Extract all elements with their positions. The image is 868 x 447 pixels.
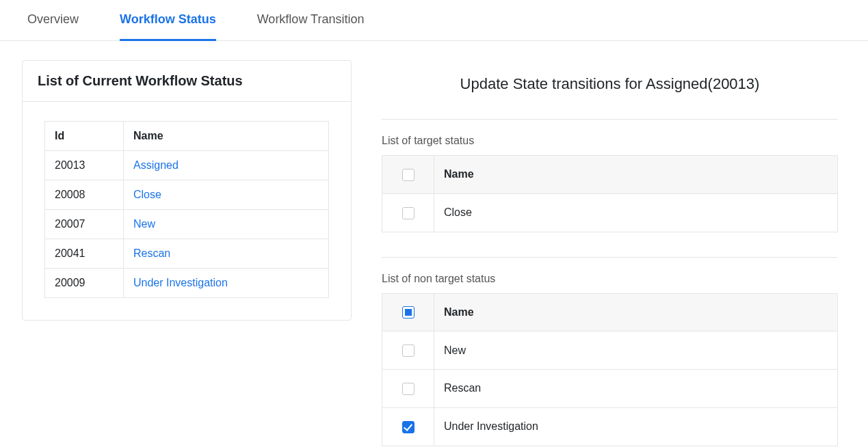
workflow-status-panel-body: Id Name 20013Assigned20008Close20007New2…	[23, 102, 351, 320]
status-name-cell: Under Investigation	[124, 269, 329, 298]
status-id-cell: 20009	[45, 269, 124, 298]
workflow-status-panel: List of Current Workflow Status Id Name …	[22, 60, 352, 321]
status-name-cell: Close	[124, 180, 329, 210]
nontarget-row: New	[382, 331, 838, 370]
status-link[interactable]: New	[133, 218, 155, 230]
checkbox-cell	[382, 407, 434, 446]
tab-overview[interactable]: Overview	[27, 0, 79, 41]
nontarget-status-table: Name NewRescanUnder Investigation	[382, 293, 838, 446]
table-row: 20009Under Investigation	[45, 269, 329, 298]
workflow-status-tbody: 20013Assigned20008Close20007New20041Resc…	[45, 151, 329, 298]
nontarget-select-all-cell	[382, 293, 434, 331]
nontarget-status-label: List of non target status	[382, 273, 838, 285]
row-checkbox[interactable]	[402, 421, 415, 433]
status-name-cell: New	[124, 210, 329, 239]
section-divider	[382, 257, 838, 258]
status-id-cell: 20013	[45, 151, 124, 180]
transitions-title: Update State transitions for Assigned(20…	[382, 60, 838, 120]
target-name-header: Name	[434, 156, 838, 194]
row-name-cell: Close	[434, 193, 838, 232]
nontarget-row: Under Investigation	[382, 407, 838, 446]
status-id-cell: 20007	[45, 210, 124, 239]
target-row: Close	[382, 193, 838, 232]
col-header-name: Name	[124, 122, 329, 151]
col-header-id: Id	[45, 122, 124, 151]
target-tbody: Close	[382, 193, 838, 232]
status-link[interactable]: Under Investigation	[133, 277, 228, 288]
table-row: 20013Assigned	[45, 151, 329, 180]
table-row: 20041Rescan	[45, 239, 329, 269]
row-name-cell: Under Investigation	[434, 407, 838, 446]
target-status-table: Name Close	[382, 155, 838, 232]
status-name-cell: Assigned	[124, 151, 329, 180]
nontarget-select-all-checkbox[interactable]	[402, 306, 415, 319]
target-select-all-cell	[382, 156, 434, 194]
workflow-status-panel-title: List of Current Workflow Status	[23, 61, 351, 102]
row-checkbox[interactable]	[402, 207, 415, 219]
status-id-cell: 20008	[45, 180, 124, 210]
nontarget-row: Rescan	[382, 370, 838, 408]
nontarget-name-header: Name	[434, 293, 838, 331]
checkbox-cell	[382, 370, 434, 408]
workflow-status-table: Id Name 20013Assigned20008Close20007New2…	[44, 121, 329, 298]
row-checkbox[interactable]	[402, 344, 415, 357]
row-checkbox[interactable]	[402, 383, 415, 395]
status-name-cell: Rescan	[124, 239, 329, 269]
transitions-panel: Update State transitions for Assigned(20…	[361, 60, 858, 446]
status-link[interactable]: Close	[133, 189, 161, 200]
nontarget-tbody: NewRescanUnder Investigation	[382, 331, 838, 446]
checkbox-cell	[382, 193, 434, 232]
checkbox-cell	[382, 331, 434, 370]
table-row: 20007New	[45, 210, 329, 239]
tab-workflow-transition[interactable]: Workflow Transition	[257, 0, 365, 41]
main-container: List of Current Workflow Status Id Name …	[0, 41, 868, 446]
row-name-cell: New	[434, 331, 838, 370]
status-link[interactable]: Assigned	[133, 159, 179, 171]
status-link[interactable]: Rescan	[133, 247, 170, 259]
tabs: Overview Workflow Status Workflow Transi…	[0, 0, 868, 41]
row-name-cell: Rescan	[434, 370, 838, 408]
table-row: 20008Close	[45, 180, 329, 210]
status-id-cell: 20041	[45, 239, 124, 269]
tab-workflow-status[interactable]: Workflow Status	[120, 0, 216, 41]
target-status-label: List of target status	[382, 135, 838, 147]
target-select-all-checkbox[interactable]	[402, 169, 415, 181]
